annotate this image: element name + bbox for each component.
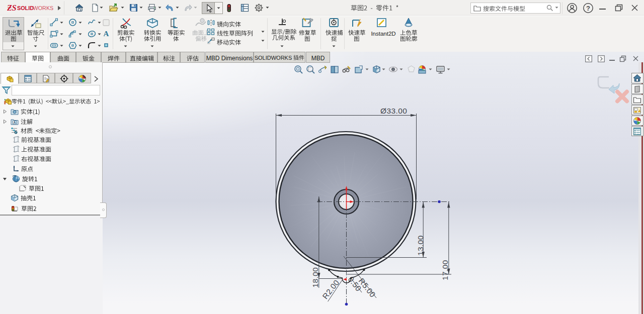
svg-text:Ø33.00: Ø33.00 — [380, 107, 407, 115]
svg-text:13.00: 13.00 — [416, 235, 425, 256]
svg-text:A: A — [14, 121, 16, 124]
svg-text:18.00: 18.00 — [311, 267, 319, 288]
svg-text:?: ? — [586, 5, 590, 12]
svg-text:ƵS: ƵS — [7, 4, 17, 12]
svg-text:WORKS: WORKS — [33, 5, 54, 11]
svg-text:A: A — [104, 30, 109, 38]
svg-text:17.00: 17.00 — [441, 260, 449, 280]
svg-text:SOLID: SOLID — [17, 5, 34, 11]
